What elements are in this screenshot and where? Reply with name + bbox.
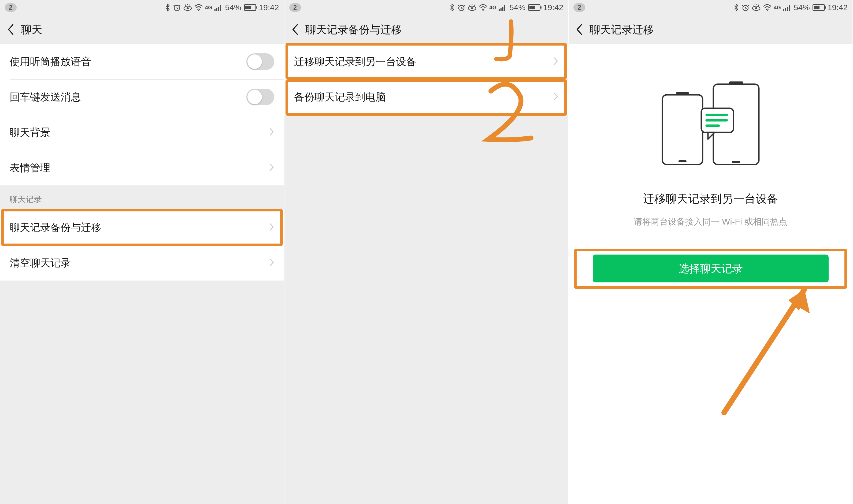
toggle-enter-send[interactable] xyxy=(246,89,274,105)
chevron-right-icon xyxy=(269,223,274,232)
eye-icon xyxy=(183,3,192,12)
network-label: 4G xyxy=(205,4,212,11)
eye-icon xyxy=(752,3,761,12)
row-use-speaker[interactable]: 使用听筒播放语音 xyxy=(0,44,284,79)
wifi-icon xyxy=(763,4,771,11)
bluetooth-icon xyxy=(164,3,171,12)
svg-rect-22 xyxy=(787,7,788,11)
row-migrate-device[interactable]: 迁移聊天记录到另一台设备 xyxy=(284,44,568,79)
notification-count-badge: 2 xyxy=(573,3,585,12)
battery-icon xyxy=(813,4,825,11)
row-label: 聊天背景 xyxy=(10,126,50,139)
panel-migrate: 2 4G 54% 19:42 聊天记录迁移 xyxy=(569,0,853,504)
status-icons: 4G xyxy=(449,3,507,12)
back-icon[interactable] xyxy=(575,23,583,35)
page-title: 聊天记录备份与迁移 xyxy=(305,22,402,37)
row-label: 使用听筒播放语音 xyxy=(10,55,91,69)
row-clear-records[interactable]: 清空聊天记录 xyxy=(0,245,284,281)
list-group-general: 使用听筒播放语音 回车键发送消息 聊天背景 表情管理 xyxy=(0,44,284,185)
wifi-icon xyxy=(479,4,487,11)
back-icon[interactable] xyxy=(291,23,298,35)
battery-icon xyxy=(528,4,540,11)
svg-point-10 xyxy=(471,7,473,10)
status-icons: 4G xyxy=(164,3,223,12)
row-backup-migrate[interactable]: 聊天记录备份与迁移 xyxy=(0,210,284,245)
svg-rect-13 xyxy=(500,8,501,11)
svg-rect-24 xyxy=(662,95,703,164)
svg-rect-26 xyxy=(678,160,687,162)
svg-rect-7 xyxy=(220,5,221,11)
battery-percent: 54% xyxy=(509,3,526,12)
status-time: 19:42 xyxy=(828,3,848,12)
network-label: 4G xyxy=(490,4,497,11)
battery-percent: 54% xyxy=(225,3,241,12)
svg-rect-4 xyxy=(214,10,215,11)
network-label: 4G xyxy=(774,4,781,11)
status-bar: 2 4G 54% 19:42 xyxy=(284,0,568,15)
phones-transfer-icon xyxy=(654,79,767,170)
bluetooth-icon xyxy=(449,3,455,12)
chevron-right-icon xyxy=(554,92,558,102)
alarm-icon xyxy=(742,3,749,12)
signal-icon xyxy=(499,4,507,11)
alarm-icon xyxy=(457,3,465,12)
status-bar: 2 4G 54% 19:42 xyxy=(569,0,852,15)
list-group-records: 聊天记录备份与迁移 清空聊天记录 xyxy=(0,210,284,281)
row-backup-pc[interactable]: 备份聊天记录到电脑 xyxy=(284,79,568,115)
chevron-right-icon xyxy=(269,258,274,268)
button-label: 选择聊天记录 xyxy=(678,261,743,276)
svg-rect-23 xyxy=(789,5,790,11)
row-label: 表情管理 xyxy=(10,161,50,175)
svg-rect-14 xyxy=(502,7,503,11)
back-icon[interactable] xyxy=(7,23,14,35)
svg-rect-15 xyxy=(504,5,505,11)
svg-rect-21 xyxy=(785,8,786,11)
status-icons: 4G xyxy=(733,3,791,12)
status-time: 19:42 xyxy=(259,3,279,12)
svg-rect-29 xyxy=(732,161,740,163)
row-emoji-manage[interactable]: 表情管理 xyxy=(0,150,284,185)
list-group-options: 迁移聊天记录到另一台设备 备份聊天记录到电脑 xyxy=(284,44,568,115)
eye-icon xyxy=(467,3,477,12)
page-title: 聊天记录迁移 xyxy=(589,22,654,37)
status-bar: 2 4G 54% 19:42 xyxy=(0,0,284,15)
signal-icon xyxy=(214,4,223,11)
svg-point-19 xyxy=(767,10,768,11)
svg-rect-20 xyxy=(783,10,784,11)
row-label: 回车键发送消息 xyxy=(10,90,81,104)
chevron-right-icon xyxy=(554,57,558,67)
row-enter-send[interactable]: 回车键发送消息 xyxy=(0,79,284,115)
row-label: 备份聊天记录到电脑 xyxy=(294,90,386,104)
select-chat-records-button[interactable]: 选择聊天记录 xyxy=(593,254,829,283)
signal-icon xyxy=(783,4,791,11)
hero-title: 迁移聊天记录到另一台设备 xyxy=(643,191,778,206)
row-label: 清空聊天记录 xyxy=(10,256,71,270)
title-bar: 聊天记录迁移 xyxy=(569,15,852,44)
status-time: 19:42 xyxy=(543,3,563,12)
battery-percent: 54% xyxy=(794,3,810,12)
hero-section: 迁移聊天记录到另一台设备 请将两台设备接入同一 Wi-Fi 或相同热点 选择聊天… xyxy=(569,44,852,504)
svg-rect-28 xyxy=(729,82,743,84)
chevron-right-icon xyxy=(269,163,274,173)
svg-point-11 xyxy=(482,10,484,11)
title-bar: 聊天 xyxy=(0,15,284,44)
wifi-icon xyxy=(194,4,203,11)
hero-subtitle: 请将两台设备接入同一 Wi-Fi 或相同热点 xyxy=(634,216,787,228)
notification-count-badge: 2 xyxy=(289,3,301,12)
panel-chat-settings: 2 4G 54% 19:42 聊天 使用听筒播放语音 回车键 xyxy=(0,0,284,504)
row-chat-background[interactable]: 聊天背景 xyxy=(0,115,284,150)
svg-point-3 xyxy=(198,10,199,11)
row-label: 聊天记录备份与迁移 xyxy=(10,221,101,234)
bluetooth-icon xyxy=(733,3,739,12)
notification-count-badge: 2 xyxy=(5,3,17,12)
section-header-chat-records: 聊天记录 xyxy=(0,185,284,210)
alarm-icon xyxy=(173,3,181,12)
title-bar: 聊天记录备份与迁移 xyxy=(284,15,568,44)
chevron-right-icon xyxy=(269,128,274,137)
panel-backup-migrate: 2 4G 54% 19:42 聊天记录备份与迁移 迁移聊天记录到另一台设备 xyxy=(284,0,569,504)
toggle-speaker[interactable] xyxy=(246,53,274,70)
svg-rect-5 xyxy=(216,8,217,11)
battery-icon xyxy=(244,4,256,11)
svg-rect-25 xyxy=(676,92,689,95)
svg-rect-12 xyxy=(499,10,500,11)
